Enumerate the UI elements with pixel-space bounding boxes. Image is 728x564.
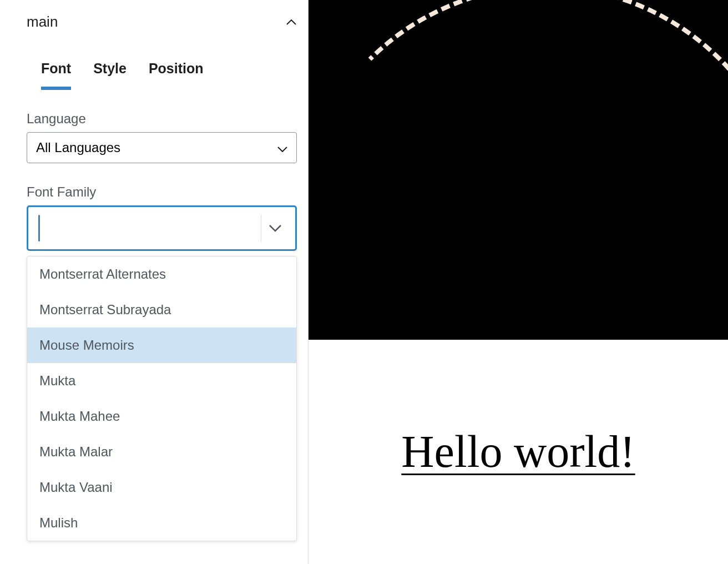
font-option[interactable]: Mukta Vaani — [27, 470, 296, 505]
font-family-label: Font Family — [27, 184, 297, 200]
font-option[interactable]: Mukta Mahee — [27, 399, 296, 434]
preview-hero — [309, 0, 728, 340]
headline-link[interactable]: Hello world! — [401, 426, 635, 478]
panel-title: main — [27, 13, 58, 31]
chevron-down-icon — [277, 140, 287, 155]
font-option[interactable]: Mouse Memoirs — [27, 328, 296, 363]
font-option[interactable]: Mulish — [27, 505, 296, 541]
settings-sidebar: main Font Style Position Language All La… — [0, 0, 309, 564]
language-select[interactable]: All Languages — [27, 132, 297, 163]
tab-style[interactable]: Style — [93, 61, 127, 90]
tabs: Font Style Position — [27, 44, 297, 90]
font-option[interactable]: Mukta — [27, 363, 296, 399]
font-option[interactable]: Montserrat Alternates — [27, 256, 296, 292]
panel-header[interactable]: main — [0, 0, 308, 44]
language-value: All Languages — [36, 140, 120, 155]
dashed-arc-decoration — [309, 0, 728, 340]
font-family-input[interactable] — [35, 207, 261, 249]
chevron-up-icon[interactable] — [286, 17, 297, 28]
preview-pane: Hello world! — [309, 0, 728, 564]
text-cursor — [38, 215, 40, 241]
font-option[interactable]: Mukta Malar — [27, 434, 296, 470]
tab-position[interactable]: Position — [149, 61, 204, 90]
combobox-toggle[interactable] — [261, 215, 289, 241]
language-group: Language All Languages — [27, 111, 297, 163]
font-family-group: Font Family Montserrat Alternates Montse… — [27, 184, 297, 251]
tab-font[interactable]: Font — [41, 61, 71, 90]
language-label: Language — [27, 111, 297, 127]
font-family-dropdown: Montserrat Alternates Montserrat Subraya… — [27, 256, 297, 541]
font-family-combobox[interactable]: Montserrat Alternates Montserrat Subraya… — [27, 205, 297, 251]
preview-content: Hello world! — [309, 340, 728, 564]
font-option[interactable]: Montserrat Subrayada — [27, 292, 296, 328]
